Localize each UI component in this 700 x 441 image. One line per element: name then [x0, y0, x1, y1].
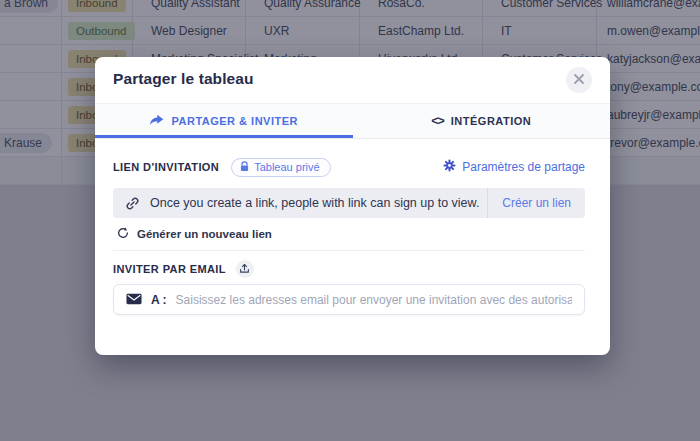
dialog-header: Partager le tableau	[95, 57, 610, 103]
tab-label: PARTAGER & INVITER	[171, 115, 298, 127]
regenerate-link-label: Générer un nouveau lien	[137, 228, 272, 240]
tab-label: INTÉGRATION	[451, 115, 531, 127]
close-icon	[573, 71, 585, 89]
invite-link-bar: Once you create a link, people with link…	[113, 188, 585, 218]
tab-integration[interactable]: <> INTÉGRATION	[353, 104, 611, 138]
share-dialog: Partager le tableau PARTAGER & INVITER <…	[95, 57, 610, 355]
dialog-title: Partager le tableau	[113, 70, 254, 88]
email-field-prefix: A :	[151, 293, 167, 307]
link-icon	[125, 196, 140, 211]
create-link-button[interactable]: Créer un lien	[487, 188, 585, 218]
import-emails-button[interactable]	[236, 260, 254, 278]
privacy-badge-label: Tableau privé	[254, 161, 319, 173]
code-icon: <>	[431, 114, 444, 128]
section-divider	[113, 250, 585, 251]
invite-link-label: LIEN D'INVITATION	[113, 161, 219, 173]
share-settings-link[interactable]: Paramètres de partage	[443, 159, 585, 175]
envelope-icon	[126, 291, 142, 309]
share-arrow-icon	[149, 113, 164, 129]
gear-icon	[443, 159, 456, 175]
link-info-text: Once you create a link, people with link…	[150, 196, 487, 210]
refresh-icon	[117, 227, 129, 241]
close-button[interactable]	[566, 67, 592, 93]
upload-icon	[239, 260, 250, 278]
dialog-tabbar: PARTAGER & INVITER <> INTÉGRATION	[95, 103, 610, 139]
share-settings-label: Paramètres de partage	[462, 160, 585, 174]
invite-email-header: INVITER PAR EMAIL	[113, 260, 254, 278]
invite-link-header: LIEN D'INVITATION Tableau privé	[113, 156, 585, 178]
email-invite-field: A :	[113, 284, 585, 315]
tab-share-invite[interactable]: PARTAGER & INVITER	[95, 104, 353, 138]
lock-icon	[240, 161, 249, 174]
email-input[interactable]	[176, 293, 572, 307]
invite-email-label: INVITER PAR EMAIL	[113, 263, 226, 275]
regenerate-link[interactable]: Générer un nouveau lien	[117, 227, 272, 241]
privacy-badge[interactable]: Tableau privé	[231, 158, 330, 177]
